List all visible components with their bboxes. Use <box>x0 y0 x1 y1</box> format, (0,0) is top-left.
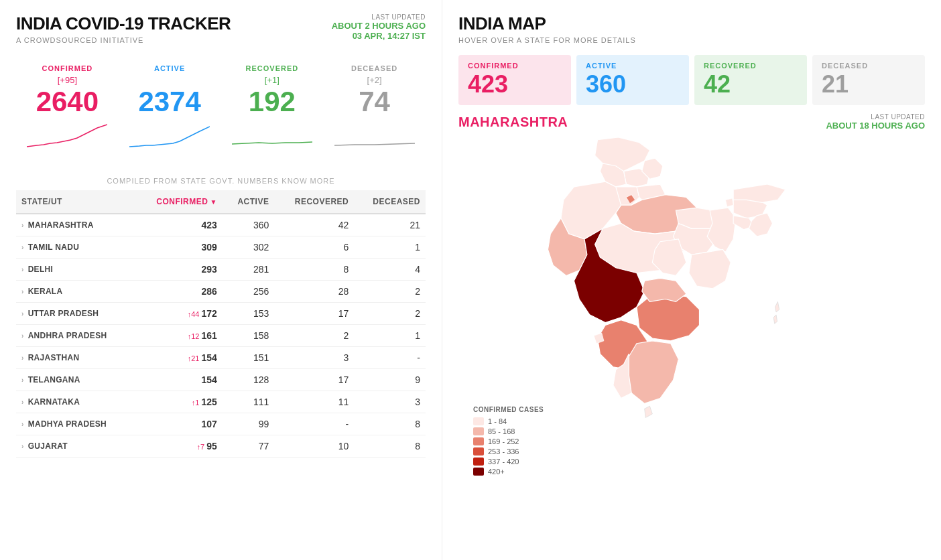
stat-confirmed: CONFIRMED [+95] 2640 <box>16 58 119 157</box>
state-name-row: MAHARASHTRA LAST UPDATED ABOUT 18 HOURS … <box>458 113 925 131</box>
col-active[interactable]: ACTIVE <box>223 190 275 214</box>
legend-color-swatch <box>473 458 484 466</box>
map-container[interactable]: CONFIRMED CASES 1 - 84 85 - 168 169 - 25… <box>458 135 925 490</box>
recovered-cell: 10 <box>274 435 354 458</box>
recovered-label: RECOVERED <box>225 64 320 72</box>
recovered-sparkline <box>232 121 312 148</box>
confirmed-number: 95 <box>206 441 217 451</box>
state-name-cell: ›KERALA <box>16 281 135 303</box>
right-panel: INDIA MAP HOVER OVER A STATE FOR MORE DE… <box>442 0 941 560</box>
table-row[interactable]: ›ANDHRA PRADESH ↑12 161 158 2 1 <box>16 325 426 347</box>
state-recovered-value: 42 <box>704 70 798 98</box>
map-header: INDIA MAP HOVER OVER A STATE FOR MORE DE… <box>458 13 925 44</box>
active-cell: 99 <box>223 413 275 435</box>
table-row[interactable]: ›DELHI 293 281 8 4 <box>16 259 426 281</box>
row-chevron-icon: › <box>21 310 24 318</box>
confirmed-cell: ↑12 161 <box>135 325 223 347</box>
delta-indicator: ↑12 <box>188 332 202 340</box>
recovered-cell: 8 <box>274 259 354 281</box>
state-name-cell: ›UTTAR PRADESH <box>16 303 135 325</box>
confirmed-cell: 423 <box>135 214 223 236</box>
table-row[interactable]: ›TAMIL NADU 309 302 6 1 <box>16 236 426 259</box>
recovered-cell: 17 <box>274 303 354 325</box>
stat-deceased: DECEASED [+2] 74 <box>323 58 426 157</box>
legend-range-label: 1 - 84 <box>488 417 507 425</box>
row-chevron-icon: › <box>21 354 24 362</box>
confirmed-cell: 154 <box>135 369 223 391</box>
active-cell: 281 <box>223 259 275 281</box>
table-row[interactable]: ›KERALA 286 256 28 2 <box>16 281 426 303</box>
table-row[interactable]: ›UTTAR PRADESH ↑44 172 153 17 2 <box>16 303 426 325</box>
table-header-row: STATE/UT CONFIRMED▼ ACTIVE RECOVERED DEC… <box>16 190 426 214</box>
active-cell: 360 <box>223 214 275 236</box>
deceased-value: 74 <box>326 88 422 116</box>
delta-indicator: ↑21 <box>188 354 202 362</box>
active-cell: 153 <box>223 303 275 325</box>
active-delta <box>122 75 218 85</box>
confirmed-cell: ↑21 154 <box>135 347 223 369</box>
confirmed-cell: ↑7 95 <box>135 435 223 458</box>
delta-indicator: ↑7 <box>197 443 207 451</box>
active-label: ACTIVE <box>122 64 218 72</box>
confirmed-cell: 293 <box>135 259 223 281</box>
delta-indicator: ↑44 <box>188 310 202 318</box>
legend-item: 169 - 252 <box>473 437 544 445</box>
col-state[interactable]: STATE/UT <box>16 190 135 214</box>
state-active-box: ACTIVE 360 <box>576 55 689 105</box>
col-deceased[interactable]: DECEASED <box>354 190 426 214</box>
table-row[interactable]: ›GUJARAT ↑7 95 77 10 8 <box>16 435 426 458</box>
map-legend: CONFIRMED CASES 1 - 84 85 - 168 169 - 25… <box>465 401 552 483</box>
legend-color-swatch <box>473 417 484 425</box>
row-chevron-icon: › <box>21 376 24 384</box>
legend-item: 420+ <box>473 468 544 476</box>
state-recovered-label: RECOVERED <box>704 62 798 70</box>
confirmed-number: 125 <box>201 397 216 407</box>
deceased-cell: 8 <box>354 413 426 435</box>
deceased-cell: 21 <box>354 214 426 236</box>
deceased-cell: 1 <box>354 236 426 259</box>
deceased-cell: 9 <box>354 369 426 391</box>
table-row[interactable]: ›TELANGANA 154 128 17 9 <box>16 369 426 391</box>
state-name-cell: ›TAMIL NADU <box>16 236 135 259</box>
map-last-updated-label: LAST UPDATED <box>826 113 925 121</box>
active-cell: 128 <box>223 369 275 391</box>
last-updated-time: ABOUT 2 HOURS AGO <box>332 21 426 31</box>
legend-item: 337 - 420 <box>473 458 544 466</box>
table-row[interactable]: ›KARNATAKA ↑1 125 111 11 3 <box>16 391 426 413</box>
row-chevron-icon: › <box>21 288 24 295</box>
table-row[interactable]: ›MADHYA PRADESH 107 99 - 8 <box>16 413 426 435</box>
state-deceased-label: DECEASED <box>822 62 916 70</box>
recovered-delta: [+1] <box>225 75 320 85</box>
legend-range-label: 337 - 420 <box>488 458 519 466</box>
confirmed-number: 161 <box>201 330 216 341</box>
legend-range-label: 420+ <box>488 468 505 476</box>
legend-item: 253 - 336 <box>473 447 544 456</box>
confirmed-value: 2640 <box>19 88 115 116</box>
row-chevron-icon: › <box>21 266 24 273</box>
col-confirmed[interactable]: CONFIRMED▼ <box>135 190 223 214</box>
map-title: INDIA MAP <box>458 13 925 34</box>
map-last-updated-time: ABOUT 18 HOURS AGO <box>826 121 925 131</box>
deceased-label: DECEASED <box>326 64 422 72</box>
header: INDIA COVID-19 TRACKER A CROWDSOURCED IN… <box>16 13 426 44</box>
confirmed-label: CONFIRMED <box>19 64 115 72</box>
recovered-cell: 2 <box>274 325 354 347</box>
state-active-label: ACTIVE <box>586 62 680 70</box>
active-sparkline <box>129 121 210 148</box>
state-stats: CONFIRMED 423 ACTIVE 360 RECOVERED 42 DE… <box>458 55 925 105</box>
confirmed-number: 154 <box>201 374 216 385</box>
legend-title: CONFIRMED CASES <box>473 406 544 413</box>
col-recovered[interactable]: RECOVERED <box>274 190 354 214</box>
row-chevron-icon: › <box>21 399 24 406</box>
state-name-cell: ›MAHARASHTRA <box>16 214 135 236</box>
table-row[interactable]: ›RAJASTHAN ↑21 154 151 3 - <box>16 347 426 369</box>
state-name-cell: ›GUJARAT <box>16 435 135 458</box>
row-chevron-icon: › <box>21 244 24 251</box>
table-row[interactable]: ›MAHARASHTRA 423 360 42 21 <box>16 214 426 236</box>
confirmed-number: 107 <box>201 419 216 429</box>
state-name-cell: ›DELHI <box>16 259 135 281</box>
stat-active: ACTIVE 2374 <box>119 58 221 157</box>
row-chevron-icon: › <box>21 443 24 450</box>
active-value: 2374 <box>122 88 218 116</box>
deceased-cell: 2 <box>354 281 426 303</box>
